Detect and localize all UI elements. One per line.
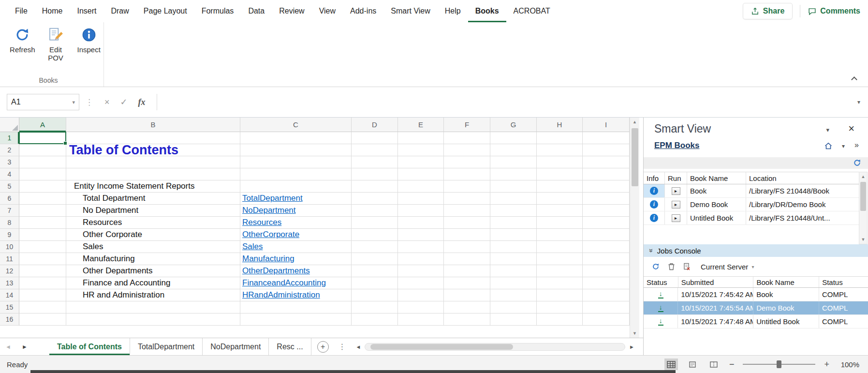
menu-tab-file[interactable]: File — [8, 0, 35, 22]
delete-job-icon[interactable] — [667, 262, 676, 271]
info-icon[interactable]: i — [650, 200, 658, 209]
cell-b5[interactable]: Entity Income Statement Reports — [66, 180, 240, 193]
jobs-col-header-1-submitted[interactable]: Submitted — [678, 277, 754, 287]
cell-h1[interactable] — [537, 132, 583, 144]
cell-h7[interactable] — [537, 205, 583, 217]
cell-i13[interactable] — [583, 277, 630, 289]
cell-a14[interactable] — [19, 289, 66, 301]
menu-tab-draw[interactable]: Draw — [103, 0, 136, 22]
cell-i4[interactable] — [583, 168, 630, 180]
hscroll-right-icon[interactable]: ► — [627, 344, 636, 350]
sheet-tab-resc[interactable]: Resc ... — [269, 338, 311, 355]
cell-a12[interactable] — [19, 265, 66, 277]
cell-h16[interactable] — [537, 313, 583, 326]
book-info-cell[interactable]: i — [644, 198, 665, 211]
cell-d11[interactable] — [352, 253, 398, 265]
pane-close-icon[interactable]: × — [848, 122, 854, 135]
cell-a7[interactable] — [19, 205, 66, 217]
run-icon[interactable]: ▸ — [672, 214, 680, 222]
cell-f1[interactable] — [444, 132, 490, 144]
cell-a11[interactable] — [19, 253, 66, 265]
cell-b6[interactable]: Total Department — [66, 193, 240, 205]
cell-f4[interactable] — [444, 168, 490, 180]
cell-g11[interactable] — [490, 253, 537, 265]
cell-i7[interactable] — [583, 205, 630, 217]
cell-c3[interactable] — [240, 156, 352, 168]
cell-h8[interactable] — [537, 217, 583, 229]
refresh-books-icon[interactable] — [853, 159, 861, 168]
row-header-6[interactable]: 6 — [0, 193, 19, 205]
cell-g8[interactable] — [490, 217, 537, 229]
formula-bar-expand-icon[interactable]: ▾ — [857, 99, 860, 105]
cell-i14[interactable] — [583, 289, 630, 301]
zoom-out-button[interactable]: − — [728, 359, 736, 370]
cell-d7[interactable] — [352, 205, 398, 217]
row-header-7[interactable]: 7 — [0, 205, 19, 217]
book-run-cell[interactable]: ▸ — [665, 184, 687, 197]
cell-d5[interactable] — [352, 180, 398, 193]
cell-c13[interactable]: FinanceandAccounting — [240, 277, 352, 289]
cell-i15[interactable] — [583, 301, 630, 313]
info-icon[interactable]: i — [650, 214, 658, 222]
book-row-demo-book[interactable]: i▸Demo Book/Library/DR/Demo Book — [644, 198, 859, 211]
cell-i9[interactable] — [583, 229, 630, 241]
row-header-1[interactable]: 1 — [0, 132, 19, 144]
cell-f3[interactable] — [444, 156, 490, 168]
job-row-demo-book[interactable]: ↓10/15/2021 7:45:54 AMDemo BookCOMPL — [644, 301, 868, 315]
grid-vertical-scrollbar[interactable]: ▲ ▼ — [630, 118, 639, 338]
clear-console-icon[interactable] — [682, 262, 691, 271]
cell-i12[interactable] — [583, 265, 630, 277]
cell-a4[interactable] — [19, 168, 66, 180]
row-header-15[interactable]: 15 — [0, 301, 19, 313]
cell-h3[interactable] — [537, 156, 583, 168]
cell-f7[interactable] — [444, 205, 490, 217]
name-box-dropdown-icon[interactable]: ▾ — [72, 99, 75, 105]
menu-tab-data[interactable]: Data — [241, 0, 272, 22]
name-box[interactable]: A1 ▾ — [7, 94, 79, 110]
cell-i11[interactable] — [583, 253, 630, 265]
cell-h10[interactable] — [537, 241, 583, 253]
cell-i1[interactable] — [583, 132, 630, 144]
edit-pov-button[interactable]: Edit POV — [41, 26, 71, 62]
cell-a8[interactable] — [19, 217, 66, 229]
cell-d15[interactable] — [352, 301, 398, 313]
cell-c16[interactable] — [240, 313, 352, 326]
column-header-c[interactable]: C — [240, 118, 352, 132]
cell-c15[interactable] — [240, 301, 352, 313]
select-all-corner[interactable] — [0, 118, 19, 132]
book-row-untitled-book[interactable]: i▸Untitled Book/Library/FS 210448/Unt... — [644, 211, 859, 225]
sheet-tab-nodepartment[interactable]: NoDepartment — [203, 338, 269, 355]
cell-d16[interactable] — [352, 313, 398, 326]
cell-b3[interactable] — [66, 156, 240, 168]
cell-a5[interactable] — [19, 180, 66, 193]
cell-e14[interactable] — [398, 289, 444, 301]
cell-e11[interactable] — [398, 253, 444, 265]
hscroll-track[interactable] — [365, 343, 625, 351]
cell-i5[interactable] — [583, 180, 630, 193]
cell-g7[interactable] — [490, 205, 537, 217]
cell-c14[interactable]: HRandAdministration — [240, 289, 352, 301]
cell-f10[interactable] — [444, 241, 490, 253]
menu-tab-smart-view[interactable]: Smart View — [383, 0, 438, 22]
cell-g16[interactable] — [490, 313, 537, 326]
link-c14[interactable]: HRandAdministration — [242, 290, 320, 300]
cell-a10[interactable] — [19, 241, 66, 253]
link-c11[interactable]: Manufacturing — [242, 254, 294, 264]
cell-c6[interactable]: TotalDepartment — [240, 193, 352, 205]
cell-i6[interactable] — [583, 193, 630, 205]
cell-b9[interactable]: Other Corporate — [66, 229, 240, 241]
hscroll-thumb[interactable] — [370, 344, 513, 350]
cell-c11[interactable]: Manufacturing — [240, 253, 352, 265]
cell-e3[interactable] — [398, 156, 444, 168]
cell-e7[interactable] — [398, 205, 444, 217]
column-header-i[interactable]: I — [583, 118, 630, 132]
cell-d10[interactable] — [352, 241, 398, 253]
jobs-console-collapse-icon[interactable]: » — [647, 249, 655, 253]
cell-a16[interactable] — [19, 313, 66, 326]
cell-e8[interactable] — [398, 217, 444, 229]
cell-i3[interactable] — [583, 156, 630, 168]
ribbon-collapse-button[interactable] — [851, 76, 857, 82]
cell-b16[interactable] — [66, 313, 240, 326]
cell-b12[interactable]: Other Departments — [66, 265, 240, 277]
row-header-9[interactable]: 9 — [0, 229, 19, 241]
